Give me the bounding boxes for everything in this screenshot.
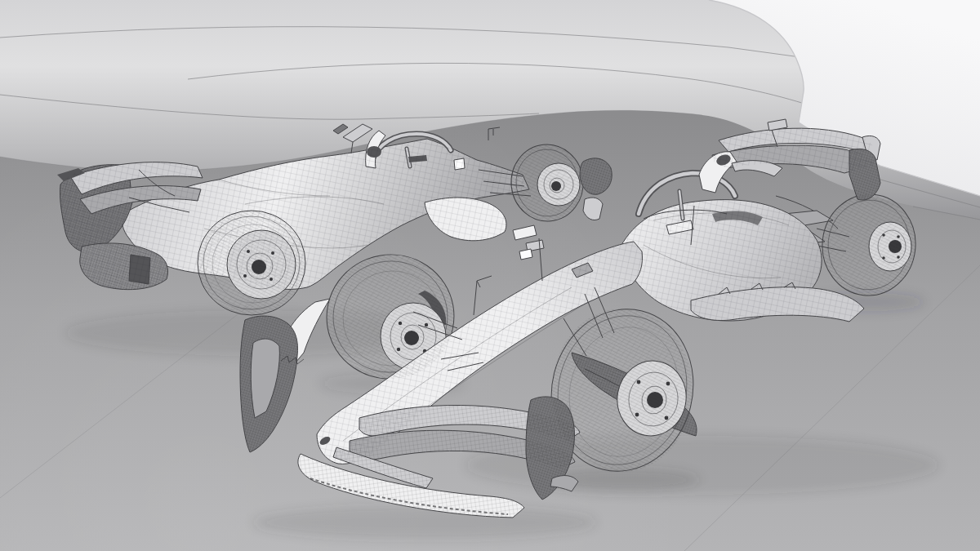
render-viewport [0,0,980,551]
wireframe-render [0,0,980,551]
